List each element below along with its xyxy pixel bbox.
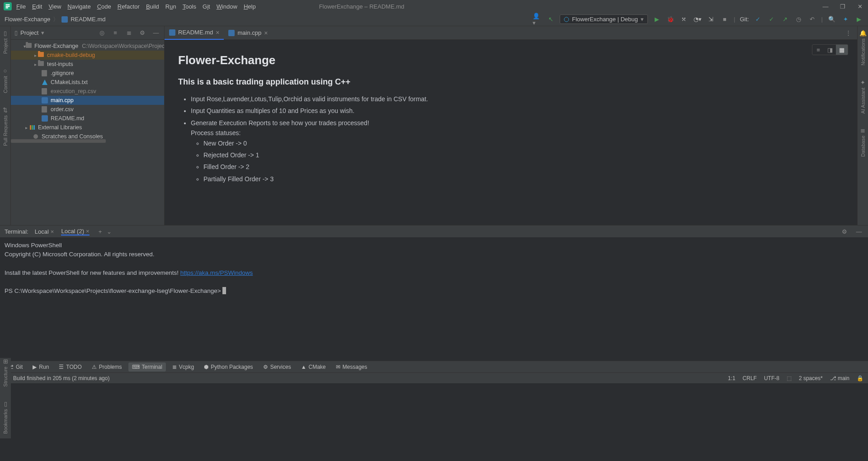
hammer-icon[interactable]: ↖ (546, 15, 555, 24)
tree-external-libs[interactable]: ▸ External Libraries (11, 123, 164, 132)
term-hide-icon[interactable]: — (854, 227, 863, 236)
attach-icon[interactable]: ⇲ (707, 15, 716, 24)
ps-link[interactable]: https://aka.ms/PSWindows (180, 269, 253, 276)
status-branch[interactable]: ⎇ main (830, 375, 849, 381)
term-tab-local[interactable]: Local× (35, 228, 54, 235)
git-update-icon[interactable]: ✓ (754, 15, 763, 24)
gutter-commit[interactable]: ○Commit (3, 67, 8, 93)
svg-rect-1 (61, 16, 68, 23)
tab-main-cpp[interactable]: main.cpp × (224, 26, 272, 40)
tree-item-gitignore[interactable]: .gitignore (11, 69, 164, 78)
terminal-content[interactable]: Windows PowerShell Copyright (C) Microso… (0, 237, 868, 361)
hide-icon[interactable]: — (151, 28, 160, 38)
lock-icon[interactable]: 🔒 (857, 375, 863, 381)
gutter-bookmarks[interactable]: ▯Bookmarks (3, 400, 8, 434)
gutter-database[interactable]: ≣Database (860, 127, 866, 157)
status-bar: ☐ Build finished in 205 ms (2 minutes ag… (0, 372, 868, 383)
menu-refactor[interactable]: Refactor (118, 3, 140, 10)
git-history-icon[interactable]: ◷ (794, 15, 803, 24)
tree-item-test-inputs[interactable]: ▸ test-inputs (11, 60, 164, 69)
locate-icon[interactable]: ◎ (97, 28, 106, 38)
tab-more-icon[interactable]: ⋮ (844, 28, 853, 38)
btab-python[interactable]: ⬢Python Packages (200, 362, 256, 372)
btab-terminal[interactable]: ⌨Terminal (128, 362, 166, 372)
expand-icon[interactable]: ≡ (111, 28, 120, 38)
md-editor-view[interactable]: ≡ (812, 45, 824, 55)
debug-icon[interactable]: 🐞 (666, 15, 675, 24)
coverage-icon[interactable]: ⤱ (679, 15, 689, 24)
md-icon (61, 16, 68, 23)
btab-vcpkg[interactable]: ≣Vcpkg (169, 362, 198, 372)
minimize-icon[interactable]: — (821, 2, 830, 11)
btab-run[interactable]: ▶Run (29, 362, 52, 372)
gutter-structure[interactable]: ⊞Structure (3, 358, 8, 387)
menu-code[interactable]: Code (97, 3, 111, 10)
btab-todo[interactable]: ☰TODO (55, 362, 85, 372)
tree-item-readme[interactable]: README.md (11, 114, 164, 123)
user-icon[interactable]: 👤▾ (533, 15, 542, 24)
breadcrumb-root[interactable]: Flower-Exchange (5, 16, 50, 23)
settings-icon[interactable]: ⚙ (138, 28, 147, 38)
tree-item-cmakelists[interactable]: CMakeLists.txt (11, 78, 164, 87)
breadcrumb[interactable]: Flower-Exchange 〉 README.md (5, 15, 105, 24)
tab-close-icon[interactable]: × (264, 29, 268, 37)
term-settings-icon[interactable]: ⚙ (840, 227, 849, 236)
run-config-select[interactable]: FlowerExchange | Debug ▾ (560, 14, 648, 24)
status-pos[interactable]: 1:1 (728, 375, 736, 381)
git-label: Git: (740, 16, 749, 23)
tab-close-icon[interactable]: × (216, 29, 219, 36)
close-icon[interactable]: ✕ (855, 2, 864, 11)
ai-icon[interactable]: ✦ (841, 15, 850, 24)
git-push-icon[interactable]: ↗ (781, 15, 790, 24)
tree-root[interactable]: ▾ Flower-Exchange C:\Workspace\Workspace… (11, 42, 164, 51)
menu-window[interactable]: Window (217, 3, 237, 10)
tree-item-main-cpp[interactable]: main.cpp (11, 96, 164, 105)
status-eol[interactable]: CRLF (743, 375, 757, 381)
git-revert-icon[interactable]: ↶ (808, 15, 817, 24)
menu-git[interactable]: Git (203, 3, 210, 10)
gutter-pull-requests[interactable]: ⇅Pull Requests (3, 107, 8, 146)
status-enc[interactable]: UTF-8 (764, 375, 779, 381)
menu-view[interactable]: View (48, 3, 61, 10)
menu-file[interactable]: File (16, 3, 26, 10)
gutter-project[interactable]: ▯Project (3, 30, 8, 54)
term-add-icon[interactable]: + (96, 227, 105, 236)
editor-area: README.md × main.cpp × ⋮ ≡ ◨ ▦ Flower-Ex… (165, 26, 857, 225)
menu-help[interactable]: Help (244, 3, 256, 10)
svg-rect-10 (169, 29, 175, 36)
btab-problems[interactable]: ⚠Problems (88, 362, 126, 372)
ro-icon[interactable]: ⬚ (787, 375, 792, 381)
gutter-ai[interactable]: ✦AI Assistant (860, 79, 866, 113)
h-scroll-thumb[interactable] (11, 139, 106, 143)
run-anything-icon[interactable]: ▶ (854, 15, 863, 24)
tree-item-order-csv[interactable]: order.csv (11, 105, 164, 114)
btab-services[interactable]: ⚙Services (259, 362, 295, 372)
git-commit-icon[interactable]: ✓ (767, 15, 776, 24)
maximize-icon[interactable]: ❐ (838, 2, 847, 11)
btab-messages[interactable]: ✉Messages (332, 362, 371, 372)
menu-edit[interactable]: Edit (32, 3, 42, 10)
status-indent[interactable]: 2 spaces* (799, 375, 823, 381)
svg-marker-3 (42, 80, 47, 85)
svg-rect-11 (228, 30, 235, 36)
tree-item-cmake-build-debug[interactable]: ▸ cmake-build-debug (11, 51, 164, 60)
profile-icon[interactable]: ◔▾ (693, 15, 702, 24)
breadcrumb-file[interactable]: README.md (71, 16, 105, 23)
btab-cmake[interactable]: ▲CMake (297, 362, 330, 372)
md-preview-view[interactable]: ▦ (836, 45, 848, 55)
collapse-icon[interactable]: ≣ (124, 28, 133, 38)
menu-navigate[interactable]: Navigate (67, 3, 90, 10)
search-icon[interactable]: 🔍 (827, 15, 836, 24)
gutter-notifications[interactable]: 🔔Notifications (859, 30, 867, 66)
md-split-view[interactable]: ◨ (824, 45, 836, 55)
menu-build[interactable]: Build (146, 3, 159, 10)
svg-rect-6 (30, 125, 31, 130)
menu-tools[interactable]: Tools (183, 3, 196, 10)
stop-icon[interactable]: ■ (720, 15, 729, 24)
term-dropdown-icon[interactable]: ⌄ (105, 227, 114, 236)
menu-run[interactable]: Run (165, 3, 176, 10)
run-icon[interactable]: ▶ (652, 15, 661, 24)
tree-item-execution-rep[interactable]: execution_rep.csv (11, 87, 164, 96)
tab-readme[interactable]: README.md × (165, 26, 224, 40)
term-tab-local2[interactable]: Local (2)× (61, 228, 89, 235)
